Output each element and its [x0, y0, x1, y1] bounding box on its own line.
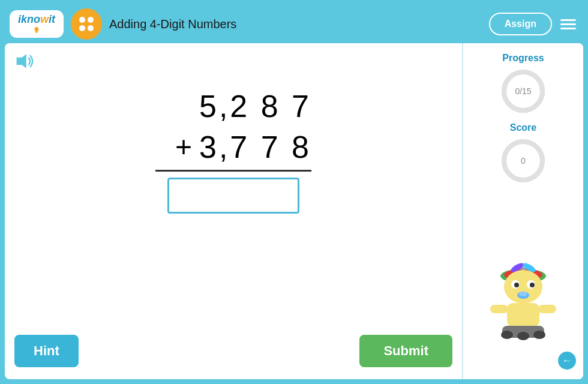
progress-gauge: 0/15 [499, 67, 547, 115]
progress-label: Progress [502, 53, 544, 64]
score-value: 0 [521, 156, 526, 166]
svg-rect-1 [35, 31, 38, 32]
submit-button[interactable]: Submit [359, 335, 452, 367]
svg-point-0 [35, 27, 39, 31]
lesson-title: Adding 4-Digit Numbers [109, 17, 482, 31]
score-section: Score 0 [499, 122, 547, 185]
svg-point-24 [501, 331, 513, 339]
menu-line [560, 19, 576, 21]
assign-button[interactable]: Assign [489, 13, 552, 35]
svg-point-25 [517, 332, 529, 340]
hint-button[interactable]: Hint [14, 335, 79, 367]
svg-point-19 [519, 292, 527, 296]
svg-point-26 [533, 331, 545, 339]
lesson-icon [71, 8, 102, 40]
menu-line [560, 28, 576, 29]
sound-icon [14, 53, 36, 70]
underline [155, 170, 311, 172]
app-container: iknowit Adding 4-Digit Numbers Assign [0, 0, 588, 384]
bulb-icon [32, 26, 41, 34]
score-gauge: 0 [499, 137, 547, 185]
dot [79, 17, 85, 23]
header: iknowit Adding 4-Digit Numbers Assign [5, 5, 583, 43]
back-icon: ← [562, 355, 572, 366]
right-panel: Progress 0/15 Score 0 [463, 43, 583, 379]
svg-point-16 [514, 283, 519, 287]
bottom-bar: Hint Submit [14, 329, 452, 370]
svg-point-17 [530, 283, 535, 287]
lesson-dots [79, 17, 94, 31]
logo: iknowit [10, 10, 64, 38]
sound-button[interactable] [14, 53, 452, 70]
main-content: 5,2 8 7 + 3,7 7 8 Hint Submit Progress [5, 43, 583, 379]
dot [88, 17, 94, 23]
dot [88, 25, 94, 31]
back-button[interactable]: ← [558, 352, 576, 370]
svg-marker-3 [17, 54, 26, 68]
operator: + [175, 128, 194, 166]
menu-button[interactable] [558, 17, 578, 32]
logo-text: iknowit [18, 14, 55, 25]
number2: 3,7 7 8 [199, 127, 311, 168]
number1-row: 5,2 8 7 [155, 86, 311, 127]
number2-row: + 3,7 7 8 [155, 127, 311, 168]
svg-rect-22 [538, 305, 556, 313]
number1: 5,2 8 7 [199, 86, 311, 127]
math-problem: 5,2 8 7 + 3,7 7 8 [155, 86, 311, 178]
answer-input[interactable] [167, 178, 299, 214]
svg-rect-20 [507, 303, 539, 327]
problem-area: 5,2 8 7 + 3,7 7 8 [14, 74, 452, 329]
svg-rect-21 [490, 305, 508, 313]
mascot-area [484, 192, 562, 344]
progress-value: 0/15 [515, 86, 531, 96]
menu-line [560, 23, 576, 25]
mascot-icon [484, 246, 562, 342]
dot [79, 25, 85, 31]
score-label: Score [510, 122, 536, 133]
progress-section: Progress 0/15 [499, 53, 547, 115]
header-right: Assign [489, 13, 578, 35]
left-panel: 5,2 8 7 + 3,7 7 8 Hint Submit [5, 43, 463, 379]
